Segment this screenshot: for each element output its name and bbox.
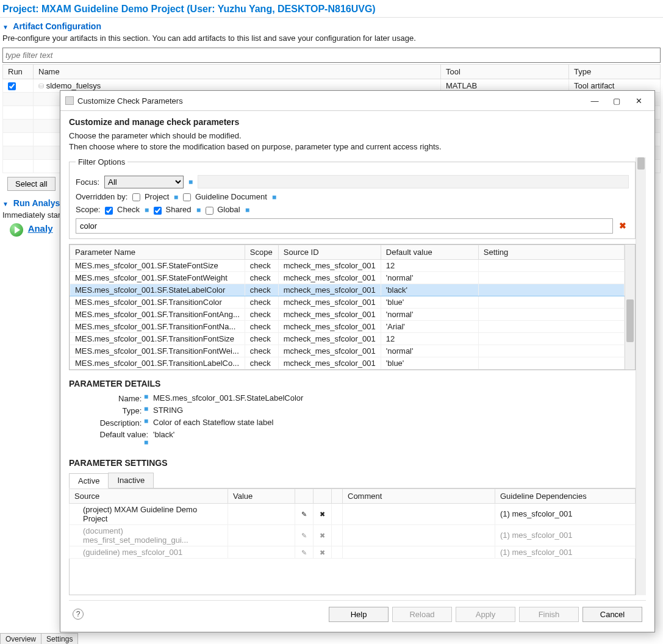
artifact-filter-input[interactable] xyxy=(2,48,661,63)
artifact-config-description: Pre-configure your artifacts in this sec… xyxy=(0,32,663,46)
focus-select[interactable]: All xyxy=(104,176,184,188)
scope-shared-checkbox[interactable]: Shared xyxy=(154,205,192,214)
dialog-heading: Customize and manage check parameters xyxy=(69,117,646,127)
scope-global-checkbox[interactable]: Global xyxy=(206,205,240,214)
override-project-checkbox[interactable]: Project xyxy=(132,192,169,201)
filter-options-fieldset: Filter Options Focus: All ◼ Overridden b… xyxy=(69,157,636,237)
close-button[interactable]: ✕ xyxy=(628,93,650,108)
artifact-config-label: Artifact Configuration xyxy=(13,21,101,31)
overridden-by-label: Overridden by: xyxy=(76,192,127,201)
override-guideline-doc-checkbox[interactable]: Guideline Document xyxy=(183,192,267,201)
app-icon xyxy=(65,96,74,105)
col-name[interactable]: Name xyxy=(34,65,441,79)
select-all-button[interactable]: Select all xyxy=(7,177,56,191)
focus-label: Focus: xyxy=(76,177,99,187)
chevron-down-icon: ▼ xyxy=(2,201,9,207)
dialog-scrollbar[interactable] xyxy=(636,157,646,237)
col-run[interactable]: Run xyxy=(3,65,34,79)
scope-label: Scope: xyxy=(76,205,100,214)
info-icon[interactable]: ◼ xyxy=(188,179,193,185)
dialog-titlebar: Customize Check Parameters — ▢ ✕ xyxy=(60,91,654,111)
artifact-run-checkbox[interactable] xyxy=(8,82,16,90)
analyze-link[interactable]: Analy xyxy=(26,223,53,234)
chevron-down-icon: ▼ xyxy=(2,24,9,30)
col-tool[interactable]: Tool xyxy=(441,65,569,79)
col-type[interactable]: Type xyxy=(569,65,661,79)
run-analysis-label: Run Analys xyxy=(13,198,60,208)
parameter-search-input[interactable] xyxy=(76,218,613,234)
dialog-title: Customize Check Parameters xyxy=(74,96,584,106)
minimize-button[interactable]: — xyxy=(584,93,606,108)
customize-parameters-dialog: Customize Check Parameters — ▢ ✕ Customi… xyxy=(60,90,655,237)
scope-check-checkbox[interactable]: Check xyxy=(105,205,139,214)
page-title: Project: MXAM Guideline Demo Project (Us… xyxy=(0,0,663,18)
clear-search-icon[interactable]: ✖ xyxy=(617,221,629,231)
filter-options-legend: Filter Options xyxy=(76,157,127,166)
play-icon[interactable] xyxy=(10,223,23,237)
maximize-button[interactable]: ▢ xyxy=(606,93,628,108)
dialog-subtext: Choose the parameter which should be mod… xyxy=(69,131,646,152)
artifact-config-header[interactable]: ▼ Artifact Configuration xyxy=(0,18,663,32)
package-icon: ⛁ xyxy=(38,82,44,90)
focus-filter-field[interactable] xyxy=(198,175,629,188)
artifact-name: sldemo_fuelsys xyxy=(46,81,101,90)
